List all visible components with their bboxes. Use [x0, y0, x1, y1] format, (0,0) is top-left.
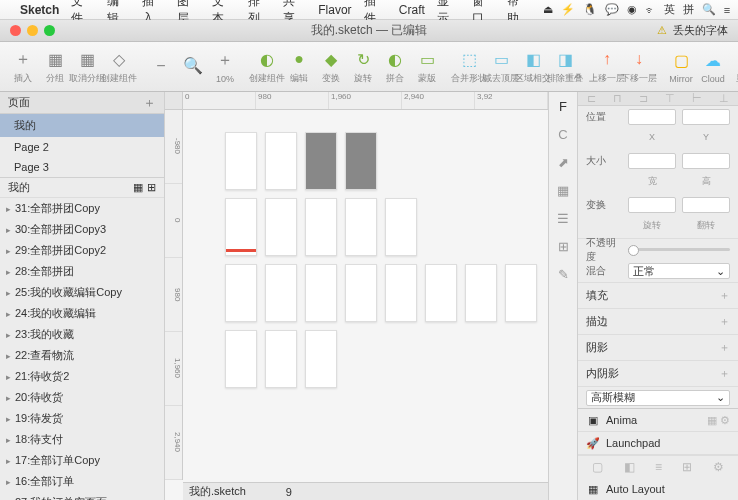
- plugin-launchpad[interactable]: 🚀Launchpad: [578, 432, 738, 455]
- toolbar-button[interactable]: ▢Mirror: [666, 48, 696, 86]
- toolbar-button[interactable]: ☁Cloud: [698, 48, 728, 86]
- layer-item[interactable]: 17:全部订单Copy: [0, 450, 164, 471]
- opacity-slider[interactable]: [628, 248, 730, 251]
- layers-icon[interactable]: ⊞: [147, 181, 156, 194]
- width-label: 宽: [628, 175, 676, 188]
- layer-item[interactable]: 30:全部拼团Copy3: [0, 219, 164, 240]
- toolbar-button[interactable]: ＋10%: [210, 48, 240, 86]
- menu-craft[interactable]: Craft: [399, 3, 425, 17]
- tab-icon[interactable]: ⬈: [553, 152, 573, 172]
- flip-field[interactable]: [682, 197, 730, 213]
- page-list: 我的 Page 2 Page 3: [0, 114, 164, 178]
- toolbar-button[interactable]: ▭减去顶层: [486, 46, 516, 87]
- layer-item[interactable]: 23:我的收藏: [0, 324, 164, 345]
- y-field[interactable]: [682, 109, 730, 125]
- toolbar-button[interactable]: ◨排除重叠: [550, 46, 580, 87]
- tab-flavor[interactable]: F: [553, 96, 573, 116]
- toolbar-button[interactable]: ⬚合并形状: [454, 46, 484, 87]
- toolbar-button[interactable]: ▦分组: [40, 46, 70, 87]
- pages-header: 页面 ＋: [0, 92, 164, 114]
- toolbar-button[interactable]: ▭蒙版: [412, 46, 442, 87]
- toolbar-button[interactable]: ◆变换: [316, 46, 346, 87]
- width-field[interactable]: [628, 153, 676, 169]
- layer-item[interactable]: 22:查看物流: [0, 345, 164, 366]
- toolbar-button[interactable]: ◧区域相交: [518, 46, 548, 87]
- align-middle-icon[interactable]: ⊢: [692, 92, 702, 105]
- align-center-icon[interactable]: ⊓: [613, 92, 622, 105]
- layer-item[interactable]: 28:全部拼团: [0, 261, 164, 282]
- plugin-anima[interactable]: ▣Anima▦ ⚙: [578, 409, 738, 432]
- page-item[interactable]: 我的: [0, 114, 164, 137]
- toolbar-button[interactable]: −: [146, 53, 176, 81]
- align-bottom-icon[interactable]: ⊥: [719, 92, 729, 105]
- toolbar-button[interactable]: ▦取消分组: [72, 46, 102, 87]
- toolbar-button[interactable]: ▦显示: [730, 46, 738, 87]
- layer-item[interactable]: 16:全部订单: [0, 471, 164, 492]
- toolbar-button[interactable]: ＋插入: [8, 46, 38, 87]
- toolbar-button[interactable]: ◐创建组件: [252, 46, 282, 87]
- toolbar-button[interactable]: ↻旋转: [348, 46, 378, 87]
- toolbar-button[interactable]: 🔍: [178, 53, 208, 81]
- missing-fonts-warning[interactable]: ⚠ 丢失的字体: [655, 23, 738, 38]
- toolbar-button[interactable]: ↑上移一层: [592, 46, 622, 87]
- input-lang[interactable]: 拼: [683, 2, 694, 17]
- layer-item[interactable]: 19:待发货: [0, 408, 164, 429]
- blur-select[interactable]: 高斯模糊⌄: [586, 390, 730, 406]
- inner-shadow-section[interactable]: 内阴影＋: [578, 360, 738, 386]
- shadow-section[interactable]: 阴影＋: [578, 334, 738, 360]
- maximize-button[interactable]: [44, 25, 55, 36]
- toolbar-button[interactable]: ↓下移一层: [624, 46, 654, 87]
- align-top-icon[interactable]: ⊤: [665, 92, 675, 105]
- layer-item[interactable]: 21:待收货2: [0, 366, 164, 387]
- tab-icon[interactable]: ✎: [553, 264, 573, 284]
- menu-icon[interactable]: ≡: [724, 4, 730, 16]
- layers-icon[interactable]: ▦: [133, 181, 143, 194]
- height-field[interactable]: [682, 153, 730, 169]
- layer-item[interactable]: 20:待收货: [0, 387, 164, 408]
- tab-icon[interactable]: ⊞: [553, 236, 573, 256]
- status-icon[interactable]: 💬: [605, 3, 619, 16]
- canvas[interactable]: 09801,9602,9403,92 -98009801,9602,940 我的…: [165, 92, 548, 500]
- layer-item[interactable]: 18:待支付: [0, 429, 164, 450]
- layer-item[interactable]: 24:我的收藏编辑: [0, 303, 164, 324]
- layer-item[interactable]: 27:我的订单空页面: [0, 492, 164, 500]
- tab-icon[interactable]: ▦: [553, 180, 573, 200]
- fill-section[interactable]: 填充＋: [578, 282, 738, 308]
- layout-icon: ▦: [586, 482, 600, 496]
- border-section[interactable]: 描边＋: [578, 308, 738, 334]
- close-button[interactable]: [10, 25, 21, 36]
- layers-header: 我的 ▦⊞: [0, 178, 164, 198]
- input-lang[interactable]: 英: [664, 2, 675, 17]
- tab-icon[interactable]: ☰: [553, 208, 573, 228]
- page-item[interactable]: Page 3: [0, 157, 164, 177]
- status-icon[interactable]: ⚡: [561, 3, 575, 16]
- toolbar-button[interactable]: ●编辑: [284, 46, 314, 87]
- plugin-autolayout[interactable]: ▦Auto Layout: [578, 478, 738, 500]
- status-icon[interactable]: ᯤ: [645, 4, 656, 16]
- toolbar-button[interactable]: ◇创建组件: [104, 46, 134, 87]
- tab-craft[interactable]: C: [553, 124, 573, 144]
- blend-label: 混合: [586, 264, 622, 278]
- ruler-horizontal: 09801,9602,9403,92: [183, 92, 548, 110]
- status-icon[interactable]: ⏏: [543, 3, 553, 16]
- align-left-icon[interactable]: ⊏: [587, 92, 596, 105]
- rotate-field[interactable]: [628, 197, 676, 213]
- transform-label: 变换: [586, 198, 622, 212]
- add-page-button[interactable]: ＋: [143, 94, 156, 112]
- ruler-vertical: -98009801,9602,940: [165, 110, 183, 480]
- x-field[interactable]: [628, 109, 676, 125]
- align-right-icon[interactable]: ⊐: [639, 92, 648, 105]
- layer-item[interactable]: 31:全部拼团Copy: [0, 198, 164, 219]
- app-name[interactable]: Sketch: [20, 3, 59, 17]
- minimize-button[interactable]: [27, 25, 38, 36]
- layer-item[interactable]: 29:全部拼团Copy2: [0, 240, 164, 261]
- layer-item[interactable]: 25:我的收藏编辑Copy: [0, 282, 164, 303]
- menu-flavor[interactable]: Flavor: [318, 3, 351, 17]
- status-icon[interactable]: 🐧: [583, 3, 597, 16]
- search-icon[interactable]: 🔍: [702, 3, 716, 16]
- y-label: Y: [682, 132, 730, 142]
- blend-select[interactable]: 正常⌄: [628, 263, 730, 279]
- toolbar-button[interactable]: ◐拼合: [380, 46, 410, 87]
- status-icon[interactable]: ◉: [627, 3, 637, 16]
- page-item[interactable]: Page 2: [0, 137, 164, 157]
